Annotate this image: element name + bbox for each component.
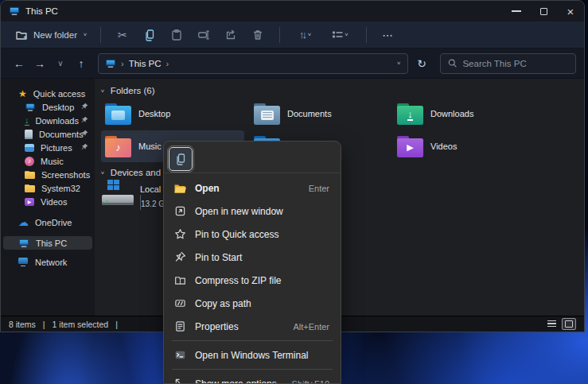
terminal-icon [173,349,186,362]
cut-button[interactable]: ✂ [109,25,136,45]
close-button[interactable]: × [557,1,584,21]
document-icon [25,130,33,139]
breadcrumb-separator: › [166,59,169,68]
collapse-icon: ∨ [100,88,105,93]
this-pc-icon [106,59,115,67]
details-view-icon [547,320,556,328]
download-icon: ↓ [25,116,29,126]
pin-quick-access-icon [173,228,186,241]
back-button[interactable]: ← [9,53,29,74]
sidebar-item-network[interactable]: Network [1,255,95,269]
breadcrumb-this-pc[interactable]: This PC [129,59,162,68]
selected-count: 1 item selected [53,320,109,329]
search-box[interactable] [440,53,576,74]
address-dropdown-icon[interactable]: ∨ [396,60,401,65]
sidebar-item-music[interactable]: ♪ Music [1,154,95,168]
forward-button[interactable]: → [29,53,50,74]
downloads-folder-icon: ↓ [397,103,423,125]
paste-icon [170,29,183,41]
sidebar-item-desktop[interactable]: Desktop [1,100,95,114]
chevron-down-icon: ∨ [307,32,312,37]
toolbar-divider [279,27,280,43]
titlebar[interactable]: This PC × [1,1,584,21]
videos-folder-icon: ▶ [397,136,423,157]
delete-button[interactable] [244,25,271,45]
menu-item-copy-as-path[interactable]: Copy as path [164,292,341,315]
menu-item-open[interactable]: Open Enter [164,176,341,200]
menu-item-show-more-options[interactable]: Show more options Shift+F10 [164,372,341,384]
context-menu: Open Enter Open in new window Pin to Qui… [163,141,341,384]
command-toolbar: New folder ∨ ✂ ↑↓ ∨ [1,21,584,48]
toolbar-divider [100,27,101,43]
maximize-icon [540,8,547,15]
menu-item-properties[interactable]: Properties Alt+Enter [164,315,341,338]
search-input[interactable] [462,59,568,68]
navigation-pane: ★ Quick access Desktop ↓ Downloads Docum… [1,79,95,316]
this-pc-icon [10,7,19,15]
folder-icon [25,184,35,192]
music-folder-icon: ♪ [105,136,131,157]
folder-icon [25,171,35,179]
sidebar-item-documents[interactable]: Documents [1,127,95,141]
sidebar-item-quick-access[interactable]: ★ Quick access [1,87,95,100]
folder-tile-downloads[interactable]: ↓ Downloads [393,98,536,130]
new-folder-label: New folder [33,30,77,40]
menu-item-open-new-window[interactable]: Open in new window [164,200,341,223]
menu-item-pin-quick-access[interactable]: Pin to Quick access [164,223,341,246]
sidebar-item-videos[interactable]: ▶ Videos [1,195,95,208]
more-options-button[interactable]: ⋯ [375,25,402,45]
menu-item-open-windows-terminal[interactable]: Open in Windows Terminal [164,343,341,367]
pin-icon [80,143,88,153]
star-icon: ★ [18,89,27,99]
copy-command-button[interactable] [169,147,193,171]
paste-button[interactable] [163,25,190,45]
up-icon: ↑ [79,57,84,70]
copy-icon [174,153,187,165]
sidebar-item-screenshots[interactable]: Screenshots [1,168,95,181]
sidebar-item-downloads[interactable]: ↓ Downloads [1,114,95,127]
desktop-icon [25,103,34,111]
maximize-button[interactable] [530,1,557,21]
video-icon: ▶ [25,198,34,206]
large-icons-view-icon [565,320,573,328]
sidebar-item-this-pc[interactable]: This PC [3,236,92,250]
share-button[interactable] [217,25,244,45]
view-button[interactable]: ∨ [323,25,358,45]
recent-locations-button[interactable]: ∨ [50,53,71,74]
sidebar-item-onedrive[interactable]: ☁ OneDrive [1,215,95,229]
this-pc-icon [19,239,29,246]
folders-section-header[interactable]: ∨ Folders (6) [100,86,154,95]
folder-tile-desktop[interactable]: Desktop [101,98,244,130]
more-icon: ⋯ [382,29,394,41]
cut-icon: ✂ [118,29,127,41]
breadcrumb-separator: › [121,59,124,68]
new-folder-icon [15,29,28,41]
folder-tile-documents[interactable]: Documents [250,98,393,130]
menu-item-compress-zip[interactable]: Compress to ZIP file [164,269,341,292]
large-icons-view-button[interactable] [562,318,576,330]
picture-icon [25,144,34,152]
address-bar[interactable]: › This PC › ∨ [98,53,408,74]
new-folder-button[interactable]: New folder ∨ [10,25,92,45]
folder-tile-videos[interactable]: ▶ Videos [393,130,536,162]
open-folder-icon [173,182,186,195]
sort-button[interactable]: ↑↓ ∨ [288,25,323,45]
sidebar-item-pictures[interactable]: Pictures [1,141,95,154]
open-in-new-window-icon [173,205,186,218]
refresh-button[interactable]: ↻ [411,53,432,74]
menu-separator [172,340,333,341]
menu-item-pin-start[interactable]: Pin to Start [164,246,341,269]
rename-button[interactable] [190,25,217,45]
sidebar-item-system32[interactable]: System32 [1,181,95,195]
minimize-button[interactable] [503,1,530,21]
collapse-icon: ∨ [100,170,105,175]
share-icon [224,29,237,41]
refresh-icon: ↻ [417,57,426,70]
forward-icon: → [34,57,45,70]
copy-button[interactable] [136,25,163,45]
menu-separator [172,369,333,370]
up-button[interactable]: ↑ [71,53,92,74]
rename-icon [197,29,210,41]
details-view-button[interactable] [544,318,559,330]
pin-icon [80,103,88,112]
